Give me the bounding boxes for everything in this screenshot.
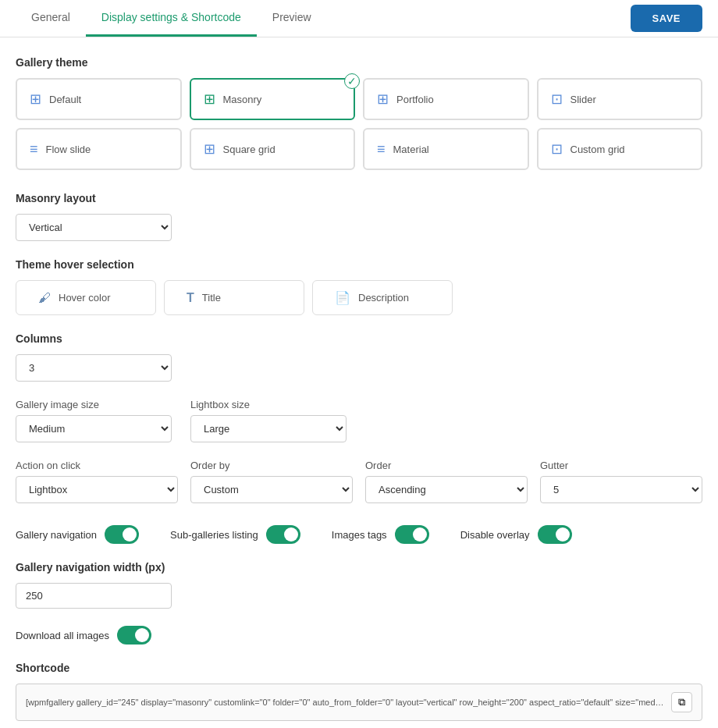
- shortcode-section: Shortcode [wpmfgallery gallery_id="245" …: [16, 662, 702, 721]
- action-on-click-select[interactable]: LightboxLinkNone: [16, 476, 178, 503]
- title-label: Title: [202, 292, 221, 304]
- theme-grid: ⊞ Default ⊞ Masonry ✓ ⊞ Portfolio ⊡ Slid…: [16, 78, 702, 170]
- square-grid-theme-icon: ⊞: [204, 140, 215, 158]
- disable-overlay-toggle[interactable]: [538, 525, 572, 544]
- shortcode-label: Shortcode: [16, 662, 702, 674]
- images-tags-toggle[interactable]: [395, 525, 429, 544]
- title-card[interactable]: T Title: [164, 280, 304, 315]
- shortcode-text: [wpmfgallery gallery_id="245" display="m…: [26, 698, 665, 707]
- default-theme-label: Default: [49, 94, 81, 105]
- portfolio-theme-icon: ⊞: [377, 91, 389, 108]
- action-on-click-section: Action on click LightboxLinkNone: [16, 460, 178, 503]
- gutter-label: Gutter: [540, 460, 702, 471]
- square-grid-theme-label: Square grid: [223, 144, 275, 155]
- tabs-bar: General Display settings & Shortcode Pre…: [0, 0, 718, 37]
- gallery-theme-label: Gallery theme: [16, 56, 702, 69]
- masonry-layout-label: Masonry layout: [16, 192, 702, 204]
- gallery-image-size-label: Gallery image size: [16, 399, 172, 410]
- gallery-image-size-section: Gallery image size ThumbnailMediumLargeF…: [16, 399, 172, 442]
- download-label: Download all images: [16, 630, 109, 641]
- copy-icon: ⧉: [678, 696, 685, 708]
- images-tags-toggle-item: Images tags: [332, 525, 429, 544]
- order-by-select[interactable]: CustomDateTitleRandom: [190, 476, 353, 503]
- order-section: Order AscendingDescending: [365, 460, 528, 503]
- theme-custom-grid[interactable]: ⊡ Custom grid: [537, 128, 703, 170]
- title-icon: T: [187, 291, 194, 305]
- images-tags-toggle-label: Images tags: [332, 529, 387, 541]
- slider-theme-label: Slider: [570, 94, 596, 105]
- theme-square-grid[interactable]: ⊞ Square grid: [190, 128, 356, 170]
- theme-material[interactable]: ≡ Material: [363, 128, 529, 170]
- slider-theme-icon: ⊡: [551, 91, 563, 108]
- disable-overlay-toggle-item: Disable overlay: [460, 525, 572, 544]
- hover-color-card[interactable]: 🖌 Hover color: [16, 280, 156, 315]
- order-select[interactable]: AscendingDescending: [365, 476, 528, 503]
- disable-overlay-toggle-label: Disable overlay: [460, 529, 530, 541]
- selected-check-icon: ✓: [344, 73, 360, 89]
- size-row: Gallery image size ThumbnailMediumLargeF…: [16, 399, 702, 442]
- order-by-section: Order by CustomDateTitleRandom: [190, 460, 353, 503]
- portfolio-theme-label: Portfolio: [396, 94, 434, 105]
- tabs-list: General Display settings & Shortcode Pre…: [16, 0, 327, 37]
- custom-grid-theme-icon: ⊡: [551, 140, 563, 158]
- order-by-label: Order by: [190, 460, 353, 471]
- theme-hover-section: Theme hover selection 🖌 Hover color T Ti…: [16, 258, 702, 315]
- flow-slide-theme-icon: ≡: [30, 141, 38, 158]
- description-card[interactable]: 📄 Description: [312, 280, 453, 315]
- save-button[interactable]: SAVE: [631, 5, 702, 32]
- gallery-navigation-toggle-item: Gallery navigation: [16, 525, 139, 544]
- hover-color-label: Hover color: [59, 292, 110, 304]
- sub-galleries-toggle[interactable]: [266, 525, 300, 544]
- gallery-theme-section: Gallery theme ⊞ Default ⊞ Masonry ✓ ⊞ Po…: [16, 56, 702, 170]
- default-theme-icon: ⊞: [30, 91, 41, 108]
- masonry-layout-section: Masonry layout Vertical Horizontal: [16, 192, 702, 241]
- nav-width-label: Gallery navigation width (px): [16, 561, 702, 574]
- toggles-row: Gallery navigation Sub-galleries listing…: [16, 525, 702, 544]
- gallery-navigation-toggle-label: Gallery navigation: [16, 529, 97, 541]
- nav-width-section: Gallery navigation width (px): [16, 561, 702, 609]
- nav-width-input[interactable]: [16, 583, 172, 609]
- theme-default[interactable]: ⊞ Default: [16, 78, 182, 120]
- theme-slider[interactable]: ⊡ Slider: [537, 78, 703, 120]
- theme-masonry[interactable]: ⊞ Masonry ✓: [190, 78, 356, 120]
- tab-preview[interactable]: Preview: [257, 0, 327, 37]
- gallery-navigation-toggle[interactable]: [105, 525, 139, 544]
- main-content: Gallery theme ⊞ Default ⊞ Masonry ✓ ⊞ Po…: [0, 37, 718, 728]
- tab-general[interactable]: General: [16, 0, 86, 37]
- gallery-image-size-select[interactable]: ThumbnailMediumLargeFull: [16, 415, 172, 442]
- theme-flow-slide[interactable]: ≡ Flow slide: [16, 128, 182, 170]
- gutter-select[interactable]: 05101520: [540, 476, 702, 503]
- columns-label: Columns: [16, 332, 702, 345]
- description-label: Description: [358, 292, 409, 304]
- columns-section: Columns 123456: [16, 332, 702, 382]
- masonry-theme-label: Masonry: [223, 94, 262, 105]
- custom-grid-theme-label: Custom grid: [570, 144, 625, 155]
- sub-galleries-toggle-label: Sub-galleries listing: [170, 529, 258, 541]
- copy-shortcode-button[interactable]: ⧉: [671, 692, 692, 712]
- shortcode-box: [wpmfgallery gallery_id="245" display="m…: [16, 684, 702, 721]
- lightbox-size-label: Lightbox size: [190, 399, 347, 410]
- material-theme-label: Material: [393, 144, 429, 155]
- download-row: Download all images: [16, 626, 702, 645]
- order-row: Action on click LightboxLinkNone Order b…: [16, 460, 702, 503]
- action-on-click-label: Action on click: [16, 460, 178, 471]
- sub-galleries-toggle-item: Sub-galleries listing: [170, 525, 300, 544]
- theme-portfolio[interactable]: ⊞ Portfolio: [363, 78, 529, 120]
- hover-cards: 🖌 Hover color T Title 📄 Description: [16, 280, 702, 315]
- columns-select[interactable]: 123456: [16, 354, 172, 382]
- tab-display[interactable]: Display settings & Shortcode: [86, 0, 257, 37]
- description-icon: 📄: [335, 290, 350, 305]
- masonry-theme-icon: ⊞: [204, 91, 215, 108]
- masonry-layout-select[interactable]: Vertical Horizontal: [16, 214, 172, 241]
- lightbox-size-section: Lightbox size SmallMediumLargeFull: [190, 399, 347, 442]
- gutter-section: Gutter 05101520: [540, 460, 702, 503]
- order-label: Order: [365, 460, 528, 471]
- download-toggle[interactable]: [117, 626, 151, 645]
- theme-hover-label: Theme hover selection: [16, 258, 702, 271]
- lightbox-size-select[interactable]: SmallMediumLargeFull: [190, 415, 347, 442]
- flow-slide-theme-label: Flow slide: [46, 144, 91, 155]
- material-theme-icon: ≡: [377, 141, 386, 158]
- hover-color-icon: 🖌: [38, 291, 51, 305]
